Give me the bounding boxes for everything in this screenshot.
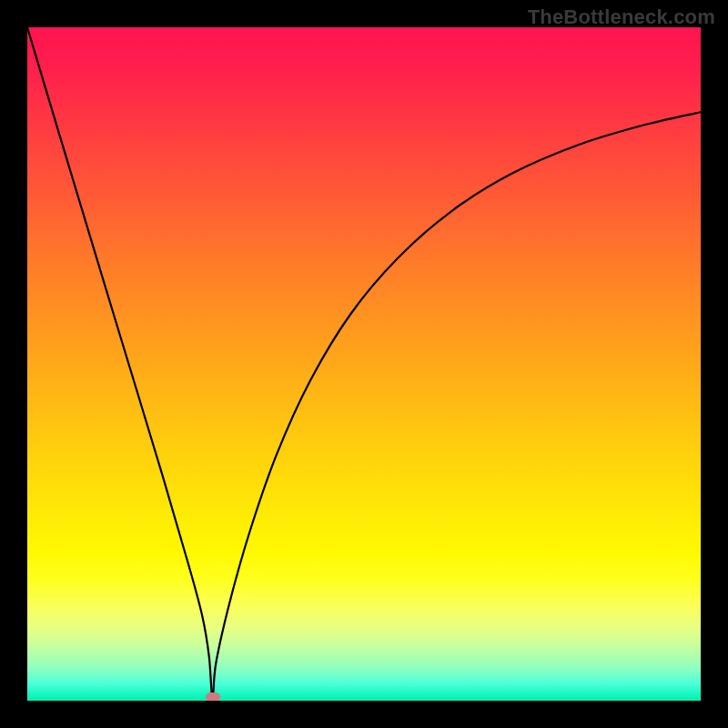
- chart-frame: TheBottleneck.com: [0, 0, 728, 728]
- plot-area: [27, 27, 701, 701]
- curve-layer: [27, 27, 701, 701]
- watermark-text: TheBottleneck.com: [528, 5, 715, 29]
- optimum-marker-icon: [206, 693, 220, 701]
- bottleneck-curve: [27, 27, 701, 700]
